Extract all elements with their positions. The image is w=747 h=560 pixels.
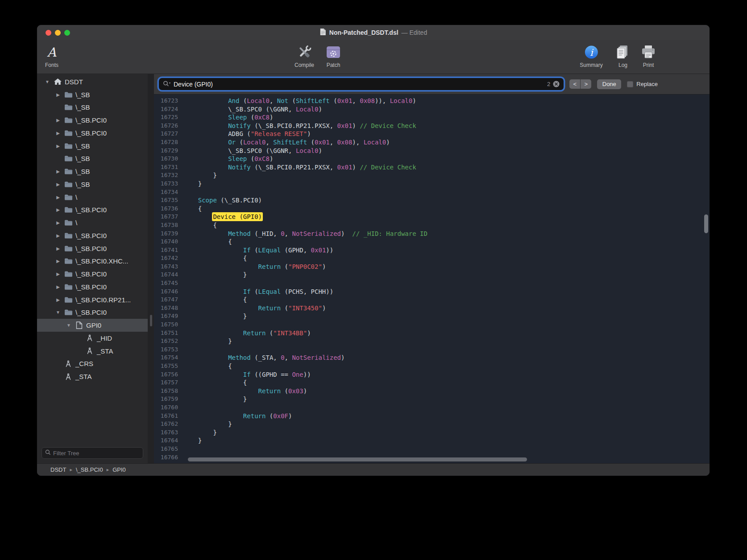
search-field[interactable]: 2	[159, 78, 564, 90]
tree-item-backslash[interactable]: ▶\	[37, 191, 148, 204]
log-button[interactable]: Log	[615, 43, 631, 68]
done-button[interactable]: Done	[597, 79, 621, 89]
tree-item-sb-pci0[interactable]: ▼\_SB.PCI0	[37, 306, 148, 319]
tree-item-sb[interactable]: \_SB	[37, 101, 148, 114]
tree-item-sb[interactable]: ▶\_SB	[37, 178, 148, 191]
tree-item-sta[interactable]: _STA	[37, 370, 148, 383]
svg-text:A: A	[47, 45, 57, 59]
tree-item-sb[interactable]: \_SB	[37, 152, 148, 165]
tree-item-backslash[interactable]: ▶\	[37, 216, 148, 229]
disclosure-right-icon[interactable]: ▶	[53, 118, 63, 123]
disclosure-down-icon[interactable]: ▼	[53, 310, 63, 315]
disclosure-right-icon[interactable]: ▶	[53, 220, 63, 225]
breadcrumb-item[interactable]: DSDT	[50, 466, 66, 473]
code-line: 16735 Scope (\_SB.PCI0)	[154, 196, 710, 205]
tree-item-gpi0[interactable]: ▼GPI0	[37, 319, 148, 332]
tree-item-sb-pci0[interactable]: ▶\_SB.PCI0	[37, 127, 148, 140]
line-number: 16725	[154, 113, 183, 122]
tree-item-hid[interactable]: _HID	[37, 332, 148, 345]
filter-tree-field[interactable]	[42, 447, 143, 459]
code-line: 16740 {	[154, 238, 710, 246]
disclosure-down-icon[interactable]: ▼	[42, 79, 52, 84]
tree-item-sb-pci0-xhc[interactable]: ▶\_SB.PCI0.XHC...	[37, 255, 148, 268]
code-text: Return ("PNP0C02")	[183, 263, 326, 271]
disclosure-right-icon[interactable]: ▶	[53, 272, 63, 276]
content-area: ▼DSDT▶\_SB\_SB▶\_SB.PCI0▶\_SB.PCI0▶\_SB\…	[37, 74, 710, 463]
disclosure-right-icon[interactable]: ▶	[53, 92, 63, 97]
minimize-button[interactable]	[55, 30, 61, 36]
tree-item-label: _STA	[95, 347, 113, 355]
tree-item-sb-pci0[interactable]: ▶\_SB.PCI0	[37, 242, 148, 255]
tree-item-sb-pci0[interactable]: ▶\_SB.PCI0	[37, 268, 148, 280]
code-editor[interactable]: 16723 And (Local0, Not (ShiftLeft (0x01,…	[154, 95, 710, 463]
disclosure-right-icon[interactable]: ▶	[53, 297, 63, 302]
tree-item-sta[interactable]: _STA	[37, 345, 148, 358]
breadcrumb-item[interactable]: GPI0	[112, 466, 126, 473]
disclosure-right-icon[interactable]: ▶	[53, 169, 63, 174]
disclosure-right-icon[interactable]: ▶	[53, 131, 63, 136]
tree-item-sb-pci0[interactable]: ▶\_SB.PCI0	[37, 229, 148, 242]
search-input[interactable]	[174, 81, 544, 88]
find-next-button[interactable]: >	[581, 79, 591, 89]
tree-item-crs[interactable]: _CRS	[37, 358, 148, 371]
code-text: }	[183, 420, 232, 428]
code-line: 16729 \_SB.SPC0 (\GGNR, Local0)	[154, 147, 710, 155]
tree-item-label: \_SB.PCI0	[74, 270, 107, 278]
tree-item-sb-pci0[interactable]: ▶\_SB.PCI0	[37, 114, 148, 127]
disclosure-right-icon[interactable]: ▶	[53, 182, 63, 187]
code-text: Scope (\_SB.PCI0)	[183, 196, 262, 205]
disclosure-right-icon[interactable]: ▶	[53, 259, 63, 264]
line-number: 16743	[154, 263, 183, 271]
tree-item-dsdt[interactable]: ▼DSDT	[37, 75, 148, 88]
code-token: }	[198, 180, 202, 187]
disclosure-right-icon[interactable]: ▶	[53, 233, 63, 238]
zoom-button[interactable]	[64, 30, 70, 36]
line-number: 16750	[154, 321, 183, 329]
patch-button[interactable]: Patch	[325, 43, 342, 68]
filter-tree-input[interactable]	[53, 450, 140, 457]
code-token: (\_SB.PCI0.RP21.PXSX,	[251, 164, 337, 171]
print-button[interactable]: Print	[640, 43, 657, 68]
tree-item-sb[interactable]: ▶\_SB	[37, 88, 148, 101]
disclosure-down-icon[interactable]: ▼	[64, 323, 74, 328]
horizontal-scrollbar[interactable]	[188, 457, 527, 461]
disclosure-right-icon[interactable]: ▶	[53, 246, 63, 251]
line-number: 16727	[154, 130, 183, 138]
close-button[interactable]	[46, 30, 51, 36]
tree-item-sb[interactable]: ▶\_SB	[37, 140, 148, 152]
code-token: \_SB.SPC0 (\GGNR,	[228, 106, 296, 113]
tree-item-sb[interactable]: ▶\_SB	[37, 165, 148, 178]
line-number: 16755	[154, 362, 183, 371]
code-token: (PCHS, PCHH))	[281, 288, 333, 295]
disclosure-right-icon[interactable]: ▶	[53, 207, 63, 212]
tree-item-sb-pci0-rp21[interactable]: ▶\_SB.PCI0.RP21...	[37, 293, 148, 306]
code-token: }	[228, 420, 232, 428]
fonts-button[interactable]: AFonts	[45, 43, 58, 68]
code-text: }	[183, 271, 247, 279]
window-controls	[37, 30, 70, 36]
find-previous-button[interactable]: <	[569, 79, 580, 89]
code-line: 16753	[154, 346, 710, 354]
disclosure-right-icon[interactable]: ▶	[53, 144, 63, 148]
compile-button[interactable]: Compile	[295, 43, 314, 68]
breadcrumb-item[interactable]: \_SB.PCI0	[76, 466, 103, 473]
tree-item-label: _STA	[74, 373, 91, 380]
folder-icon	[63, 219, 74, 226]
code-token: Local0	[390, 97, 413, 104]
tree-item-label: \_SB.PCI0.XHC...	[74, 257, 128, 265]
vertical-scrollbar[interactable]	[704, 214, 708, 233]
replace-checkbox[interactable]	[627, 81, 633, 87]
code-token: NotSerialized	[292, 230, 341, 237]
summary-button[interactable]: iSummary	[580, 43, 602, 68]
disclosure-right-icon[interactable]: ▶	[53, 284, 63, 289]
tree-item-sb-pci0[interactable]: ▶\_SB.PCI0	[37, 204, 148, 217]
code-line: 16760	[154, 404, 710, 412]
line-number: 16737	[154, 213, 183, 221]
split-divider[interactable]	[148, 74, 154, 463]
code-token: }	[213, 429, 216, 436]
line-number: 16753	[154, 346, 183, 354]
clear-search-button[interactable]	[553, 81, 560, 87]
tree-item-sb-pci0[interactable]: ▶\_SB.PCI0	[37, 280, 148, 293]
disclosure-right-icon[interactable]: ▶	[53, 195, 63, 200]
line-number: 16763	[154, 428, 183, 437]
